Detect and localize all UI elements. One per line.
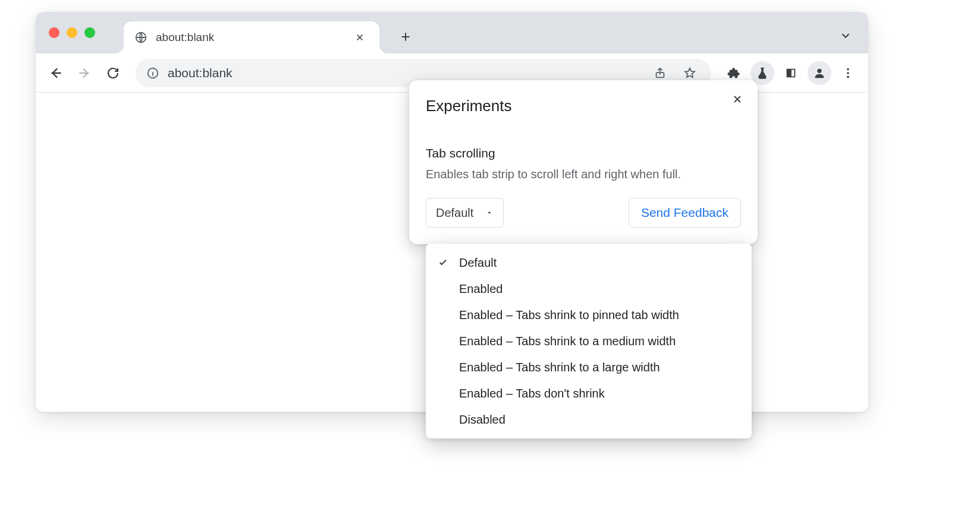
window-fullscreen-button[interactable] (84, 27, 95, 38)
dropdown-option-label: Enabled – Tabs shrink to a large width (459, 361, 741, 374)
dropdown-option-label: Enabled (459, 282, 741, 296)
tab-close-button[interactable] (351, 29, 369, 46)
experiment-select-value: Default (436, 206, 473, 220)
dropdown-option[interactable]: Enabled – Tabs shrink to a medium width (426, 328, 752, 354)
forward-button[interactable] (73, 61, 96, 85)
check-icon (436, 257, 450, 268)
experiments-button[interactable] (750, 61, 774, 85)
dropdown-option-label: Default (459, 256, 741, 270)
window-controls (49, 27, 95, 38)
new-tab-button[interactable] (394, 25, 417, 49)
side-panel-button[interactable] (779, 61, 803, 85)
dropdown-option[interactable]: Enabled – Tabs shrink to pinned tab widt… (426, 302, 752, 328)
overflow-menu-button[interactable] (836, 61, 860, 85)
dropdown-option-label: Enabled – Tabs shrink to a medium width (459, 335, 741, 348)
experiment-select-dropdown: DefaultEnabledEnabled – Tabs shrink to p… (426, 244, 752, 439)
reload-button[interactable] (101, 61, 125, 85)
dropdown-option-label: Enabled – Tabs don't shrink (459, 387, 741, 400)
popup-close-button[interactable] (727, 89, 748, 110)
dropdown-option[interactable]: Enabled – Tabs don't shrink (426, 380, 752, 406)
tab-title: about:blank (156, 31, 351, 44)
dropdown-option[interactable]: Enabled – Tabs shrink to a large width (426, 354, 752, 380)
window-minimize-button[interactable] (67, 27, 77, 38)
experiments-popup: Experiments Tab scrolling Enables tab st… (409, 80, 758, 244)
dropdown-option[interactable]: Default (426, 250, 752, 276)
send-feedback-button[interactable]: Send Feedback (629, 198, 741, 228)
dropdown-option-label: Disabled (459, 413, 741, 427)
profile-button[interactable] (808, 61, 831, 85)
dropdown-option-label: Enabled – Tabs shrink to pinned tab widt… (459, 308, 741, 322)
tab-active[interactable]: about:blank (124, 21, 379, 53)
experiment-select[interactable]: Default (426, 198, 504, 228)
window-close-button[interactable] (49, 27, 59, 38)
site-info-icon[interactable] (146, 67, 159, 80)
svg-point-3 (817, 68, 821, 72)
svg-point-5 (847, 72, 849, 74)
tab-list-dropdown-button[interactable] (836, 26, 855, 45)
experiment-description: Enables tab strip to scroll left and rig… (426, 166, 741, 182)
dropdown-option[interactable]: Disabled (426, 406, 752, 433)
dropdown-option[interactable]: Enabled (426, 276, 752, 302)
svg-point-6 (847, 75, 849, 78)
address-bar-text: about:blank (168, 66, 641, 80)
back-button[interactable] (44, 61, 68, 85)
popup-title: Experiments (426, 97, 741, 115)
svg-point-4 (847, 68, 849, 70)
globe-icon (134, 31, 147, 44)
experiment-name: Tab scrolling (426, 146, 741, 160)
tab-strip: about:blank (36, 12, 868, 53)
caret-down-icon (485, 209, 494, 217)
